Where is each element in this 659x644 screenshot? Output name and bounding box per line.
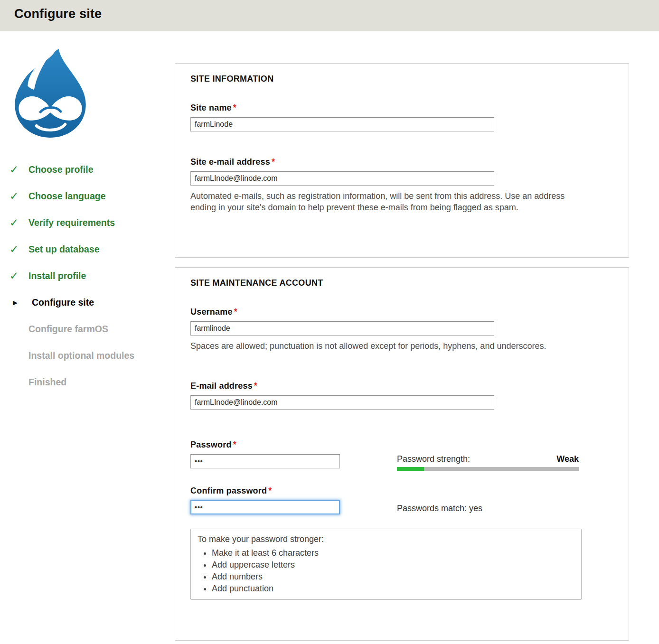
required-marker: * [268,486,272,495]
password-strength-line: Password strength: Weak [397,454,579,464]
confirm-password-label: Confirm password* [190,486,340,496]
task-choose-language: ✓ Choose language [9,191,175,202]
password-suggestion-item: Add numbers [212,571,574,583]
password-suggestions-list: Make it at least 6 characters Add upperc… [198,547,574,595]
email-label: E-mail address* [190,381,613,391]
sidebar: ✓ Choose profile ✓ Choose language ✓ Ver… [0,31,175,641]
check-icon: ✓ [9,191,28,202]
username-form-item: Username* Spaces are allowed; punctuatio… [190,307,613,352]
username-description: Spaces are allowed; punctuation is not a… [190,340,577,352]
password-strength-bar-fill [397,467,424,471]
task-label: Choose profile [28,164,94,175]
passwords-match-value: yes [469,504,482,513]
site-email-input[interactable] [190,171,494,186]
task-label: Set up database [28,244,100,255]
password-suggestions-box: To make your password stronger: Make it … [190,529,582,600]
confirm-password-input[interactable] [190,500,340,514]
label-text: Confirm password [190,486,267,495]
task-configure-site: ▶ Configure site [9,297,175,308]
password-strength-label: Password strength: [397,454,470,464]
task-label: Configure farmOS [28,324,108,335]
label-text: Site e-mail address [190,157,270,167]
label-text: Password [190,440,232,449]
site-name-label: Site name* [190,103,613,113]
task-choose-profile: ✓ Choose profile [9,164,175,175]
task-verify-requirements: ✓ Verify requirements [9,217,175,228]
password-row: Password* Password strength: Weak [190,440,613,471]
task-install-profile: ✓ Install profile [9,271,175,281]
password-form-item: Password* [190,440,340,468]
password-strength-panel: Password strength: Weak [397,440,579,471]
password-input[interactable] [190,454,340,468]
install-task-list: ✓ Choose profile ✓ Choose language ✓ Ver… [9,164,175,388]
required-marker: * [272,157,275,167]
check-icon: ✓ [9,217,28,228]
site-maintenance-account-fieldset: SITE MAINTENANCE ACCOUNT Username* Space… [175,267,629,641]
username-label: Username* [190,307,613,317]
label-text: Username [190,307,233,317]
confirm-password-row: Confirm password* Passwords match: yes [190,486,613,514]
task-label: Finished [28,377,66,388]
site-information-legend: SITE INFORMATION [190,74,613,84]
password-suggestion-item: Add uppercase letters [212,559,574,571]
confirm-password-form-item: Confirm password* [190,486,340,514]
password-label: Password* [190,440,340,450]
task-configure-farmos: Configure farmOS [9,324,175,335]
required-marker: * [233,440,236,449]
drupal-logo-icon [9,47,175,139]
label-text: Site name [190,103,232,112]
site-email-description: Automated e-mails, such as registration … [190,190,577,213]
main-content: SITE INFORMATION Site name* Site e-mail … [175,31,659,641]
username-input[interactable] [190,321,494,336]
password-suggestion-item: Add punctuation [212,583,574,595]
check-icon: ✓ [9,244,28,255]
email-input[interactable] [190,395,494,410]
page-header: Configure site [0,0,659,31]
password-strength-level: Weak [556,454,579,464]
active-arrow-icon: ▶ [9,299,32,306]
required-marker: * [234,307,237,317]
required-marker: * [254,381,257,391]
required-marker: * [233,103,236,112]
task-label: Install profile [28,271,86,281]
maintenance-account-legend: SITE MAINTENANCE ACCOUNT [190,278,613,288]
passwords-match-status: Passwords match: yes [397,486,579,513]
site-information-fieldset: SITE INFORMATION Site name* Site e-mail … [175,63,629,258]
check-icon: ✓ [9,271,28,281]
task-finished: Finished [9,377,175,388]
password-strength-bar [397,467,579,471]
page-title: Configure site [14,7,659,21]
passwords-match-label: Passwords match: [397,504,467,513]
password-suggestions-intro: To make your password stronger: [198,533,574,545]
site-name-input[interactable] [190,117,494,131]
task-label: Choose language [28,191,106,202]
label-text: E-mail address [190,381,253,391]
site-email-label: Site e-mail address* [190,157,613,167]
site-email-form-item: Site e-mail address* Automated e-mails, … [190,157,613,213]
task-label: Verify requirements [28,217,115,228]
task-label: Configure site [32,297,94,308]
task-label: Install optional modules [28,350,134,361]
site-name-form-item: Site name* [190,103,613,131]
page-content: ✓ Choose profile ✓ Choose language ✓ Ver… [0,31,659,641]
check-icon: ✓ [9,164,28,175]
email-form-item: E-mail address* [190,381,613,410]
task-install-optional-modules: Install optional modules [9,350,175,361]
password-suggestion-item: Make it at least 6 characters [212,547,574,559]
task-set-up-database: ✓ Set up database [9,244,175,255]
